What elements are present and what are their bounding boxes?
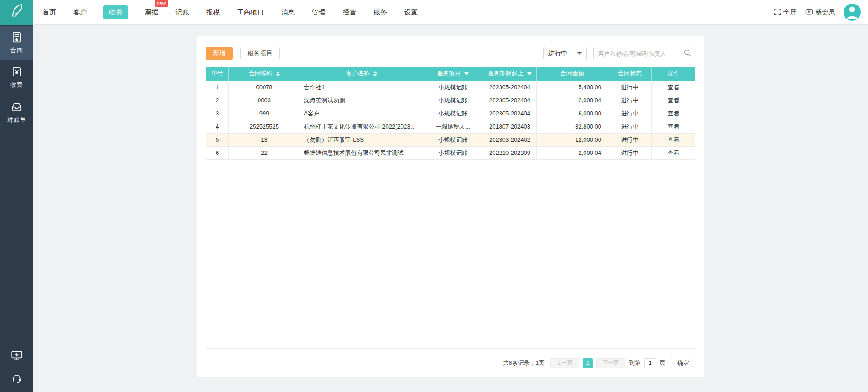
nav-item-operation[interactable]: 经营 <box>342 5 357 19</box>
cell-amount: 2,000.04 <box>537 146 608 159</box>
add-button[interactable]: 新增 <box>206 47 233 60</box>
search-input[interactable] <box>598 50 684 57</box>
current-page-button[interactable]: 1 <box>583 358 593 368</box>
nav-item-customer[interactable]: 客户 <box>72 5 88 19</box>
cell-customer: 畅捷通信息技术股份有限公司民非测试 <box>300 146 423 159</box>
cell-service: 小规模记账 <box>423 107 483 120</box>
sidebar-item-contract[interactable]: 合同 <box>0 26 33 60</box>
cell-period: 202305-202404 <box>483 107 537 120</box>
cell-status: 进行中 <box>608 133 652 146</box>
cell-seq: 1 <box>206 81 229 94</box>
feather-logo-icon <box>9 3 24 22</box>
col-label: 服务期限起止 <box>488 70 524 76</box>
nav-item-invoice[interactable]: 票据new <box>144 5 159 19</box>
pagination: 共6条记录，1页 上一页 1 下一页 到第 页 确定 <box>206 348 695 377</box>
content-card: 新增 服务项目 进行中 <box>197 36 704 377</box>
nav-item-management[interactable]: 管理 <box>311 5 326 19</box>
sort-down-triangle <box>373 74 377 76</box>
nav-item-label: 收费 <box>109 8 123 16</box>
monitor-download-icon <box>11 355 23 363</box>
col-service[interactable]: 服务项目 <box>423 67 483 81</box>
cell-action: 查看 <box>652 94 695 107</box>
sort-icon <box>373 71 377 76</box>
nav-item-label: 票据 <box>145 8 158 16</box>
nav-item-settings[interactable]: 设置 <box>403 5 419 19</box>
col-customer[interactable]: 客户名称 <box>300 67 423 81</box>
col-period[interactable]: 服务期限起止 <box>483 67 537 81</box>
next-page-button[interactable]: 下一页 <box>596 358 625 368</box>
new-badge: new <box>155 0 168 7</box>
headset-icon <box>11 378 22 385</box>
col-action: 操作 <box>652 67 695 81</box>
filter-dropdown-icon <box>527 72 532 75</box>
fullscreen-icon <box>774 8 781 17</box>
cell-service: 小规模记账 <box>423 133 483 146</box>
nav-item-label: 工商项目 <box>237 8 264 16</box>
prev-page-button[interactable]: 上一页 <box>550 358 579 368</box>
cell-action: 查看 <box>652 146 695 159</box>
view-link[interactable]: 查看 <box>668 136 679 143</box>
nav-item-label: 消息 <box>281 8 295 16</box>
status-filter-select[interactable]: 进行中 <box>543 47 587 60</box>
sidebar-items: 合同收费对账单 <box>0 25 33 129</box>
table-row: 622畅捷通信息技术股份有限公司民非测试小规模记账202210-2023092,… <box>206 146 695 159</box>
view-link[interactable]: 查看 <box>668 84 679 91</box>
nav-item-fee[interactable]: 收费 <box>103 5 128 19</box>
view-link[interactable]: 查看 <box>668 123 679 130</box>
sort-up-triangle <box>373 71 377 73</box>
cell-status: 进行中 <box>608 146 652 159</box>
cell-code: 999 <box>229 107 300 120</box>
member-button[interactable]: 畅会员 <box>805 8 835 17</box>
cell-amount: 12,000.00 <box>537 133 608 146</box>
cell-status: 进行中 <box>608 94 652 107</box>
col-label: 合同状态 <box>618 70 642 76</box>
cell-service: 小规模记账 <box>423 81 483 94</box>
fullscreen-button[interactable]: 全屏 <box>774 8 796 17</box>
cell-customer: 沈海英测试勿删 <box>300 94 423 107</box>
avatar[interactable] <box>844 4 861 21</box>
nav-item-service[interactable]: 服务 <box>373 5 388 19</box>
table-row: 513（勿删）江西服宝-LSS小规模记账202303-20240212,000.… <box>206 133 695 146</box>
cell-code: 22 <box>229 146 300 159</box>
goto-suffix-label: 页 <box>660 359 665 367</box>
col-label: 合同金额 <box>561 70 584 76</box>
service-items-button[interactable]: 服务项目 <box>240 47 280 60</box>
nav-item-message[interactable]: 消息 <box>280 5 296 19</box>
nav-item-tax-filing[interactable]: 报税 <box>205 5 221 19</box>
confirm-button[interactable]: 确定 <box>671 358 695 368</box>
nav-items: 首页客户收费票据new记账报税工商项目消息管理经营服务设置 <box>42 0 419 24</box>
customer-service-button[interactable] <box>11 373 22 385</box>
view-link[interactable]: 查看 <box>668 149 679 156</box>
cell-period: 202305-202404 <box>483 81 537 94</box>
app-logo[interactable] <box>0 0 33 25</box>
table-row: 3999A客户小规模记账202305-2024046,000.00进行中查看 <box>206 107 695 120</box>
table-wrap: 序号合同编码客户名称服务项目服务期限起止合同金额合同状态操作 100078合作社… <box>197 67 704 160</box>
cell-period: 202305-202404 <box>483 94 537 107</box>
cell-action: 查看 <box>652 107 695 120</box>
col-seq: 序号 <box>206 67 229 81</box>
nav-item-business-project[interactable]: 工商项目 <box>236 5 265 19</box>
table-body: 100078合作社1小规模记账202305-2024045,400.00进行中查… <box>206 81 695 159</box>
cell-seq: 5 <box>206 133 229 146</box>
cell-code: 252525525 <box>229 120 300 133</box>
toolbar: 新增 服务项目 进行中 <box>197 36 704 67</box>
top-nav: 首页客户收费票据new记账报税工商项目消息管理经营服务设置 全屏 畅会员 <box>0 0 868 25</box>
goto-page-input[interactable] <box>644 358 656 368</box>
cell-service: 小规模记账 <box>423 146 483 159</box>
sort-down-triangle <box>276 74 280 76</box>
col-label: 客户名称 <box>346 70 370 76</box>
nav-item-bookkeeping[interactable]: 记账 <box>175 5 190 19</box>
search-icon[interactable] <box>684 49 691 58</box>
view-link[interactable]: 查看 <box>668 110 679 117</box>
cell-seq: 4 <box>206 120 229 133</box>
sidebar-item-fee[interactable]: 收费 <box>0 61 33 95</box>
sidebar-item-statement[interactable]: 对账单 <box>0 96 33 129</box>
user-icon <box>844 4 860 21</box>
view-link[interactable]: 查看 <box>668 97 679 104</box>
client-download-button[interactable] <box>11 350 23 362</box>
cell-amount: 5,400.00 <box>537 81 608 94</box>
col-code[interactable]: 合同编码 <box>229 67 300 81</box>
table-row: 4252525525杭州杠上花文化传播有限公司-2022(20230310130… <box>206 120 695 133</box>
nav-item-home[interactable]: 首页 <box>42 5 57 19</box>
fee-icon <box>0 66 33 79</box>
